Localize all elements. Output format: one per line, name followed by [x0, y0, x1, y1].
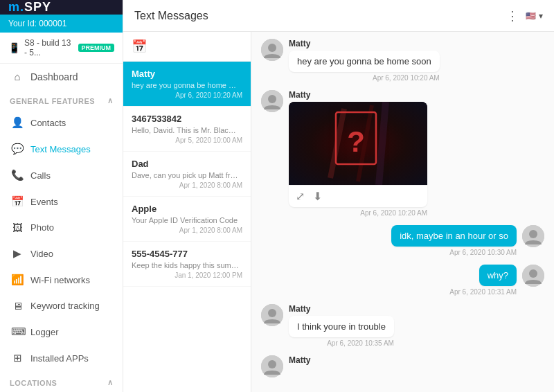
premium-badge: PREMIUM [78, 44, 115, 52]
sidebar-header: m.SPY [0, 0, 123, 15]
conv-name: Dad [132, 159, 242, 169]
sidebar-item-events[interactable]: 📅 Events [0, 188, 123, 215]
sidebar-item-keyword[interactable]: 🖥 Keyword tracking [0, 293, 123, 319]
svg-point-15 [268, 309, 276, 317]
svg-point-13 [529, 269, 537, 278]
sidebar-item-label: Text Messages [30, 144, 91, 154]
sidebar-item-wifi[interactable]: 📶 Wi-Fi networks [0, 267, 123, 293]
sidebar-item-video[interactable]: ▶ Video [0, 240, 123, 267]
sidebar-item-text-messages[interactable]: 💬 Text Messages [0, 136, 123, 162]
message-image: ? [289, 102, 427, 185]
conversation-item-3467533842[interactable]: 3467533842 Hello, David. This is Mr. Bla… [123, 107, 251, 152]
conversation-item-matty[interactable]: Matty hey are you gonna be home soon Apr… [123, 62, 251, 107]
conversation-item-apple[interactable]: Apple Your Apple ID Verification Code Ap… [123, 197, 251, 242]
calls-icon: 📞 [11, 169, 24, 181]
sidebar: m.SPY Your Id: 000001 📱 S8 - build 13 - … [0, 0, 123, 392]
conv-preview: Keep the kids happy this summer with ... [132, 261, 239, 269]
conv-list-header: 📅 [123, 32, 251, 62]
device-icon: 📱 [8, 42, 20, 53]
conv-name: 3467533842 [132, 114, 242, 124]
message-text: idk, maybe in an hour or so [391, 225, 517, 247]
conv-name: Apple [132, 204, 242, 214]
conv-time: Apr 6, 2020 10:20 AM [132, 91, 242, 99]
page-title: Text Messages [134, 10, 208, 22]
message-image-box: ? ⤢ ⬇ [289, 102, 427, 207]
message-item: why? Apr 6, 2020 10:31 AM [261, 265, 544, 296]
message-view: Matty hey are you gonna be home soon Apr… [251, 32, 554, 392]
message-time: Apr 6, 2020 10:20 AM [289, 74, 440, 82]
conv-name: 555-4545-777 [132, 249, 242, 259]
avatar [261, 304, 283, 326]
sidebar-item-label: Keyword tracking [30, 301, 100, 311]
dashboard-icon: ⌂ [11, 71, 24, 82]
logo-m: m. [8, 0, 24, 14]
calendar-icon: 📅 [132, 39, 147, 53]
message-content: Matty [289, 90, 427, 217]
sidebar-item-installed-apps[interactable]: ⊞ Installed APPs [0, 345, 123, 371]
message-content: idk, maybe in an hour or so Apr 6, 2020 … [391, 225, 517, 256]
device-bar: 📱 S8 - build 13 - 5... PREMIUM [0, 33, 123, 64]
device-name: S8 - build 13 - 5... [24, 38, 75, 57]
message-content: why? Apr 6, 2020 10:31 AM [449, 265, 517, 296]
sidebar-item-photo[interactable]: 🖼 Photo [0, 215, 123, 240]
sidebar-item-label: Installed APPs [30, 353, 89, 364]
conv-preview: Dave, can you pick up Matt from schoo... [132, 171, 239, 179]
avatar [261, 39, 283, 61]
contacts-icon: 👤 [11, 116, 24, 129]
conv-time: Apr 1, 2020 8:00 AM [132, 226, 242, 234]
svg-point-1 [268, 44, 276, 52]
download-icon[interactable]: ⬇ [313, 190, 322, 203]
svg-text:?: ? [347, 125, 365, 158]
message-time: Apr 6, 2020 10:30 AM [449, 249, 517, 256]
avatar [261, 90, 283, 112]
message-time: Apr 6, 2020 10:35 AM [289, 339, 394, 347]
video-icon: ▶ [11, 247, 24, 260]
sidebar-item-label: Contacts [30, 118, 66, 128]
sidebar-item-label: Logger [30, 327, 58, 337]
sidebar-item-dashboard[interactable]: ⌂ Dashboard [0, 64, 123, 89]
message-text: I think youre in trouble [289, 316, 394, 337]
app-logo: m.SPY [8, 0, 51, 15]
message-text: hey are you gonna be home soon [289, 51, 440, 72]
text-messages-icon: 💬 [11, 143, 24, 155]
sidebar-item-logger[interactable]: ⌨ Logger [0, 319, 123, 345]
message-item: Matty I think youre in trouble Apr 6, 20… [261, 304, 544, 347]
photo-icon: 🖼 [11, 222, 24, 233]
svg-point-3 [268, 95, 276, 103]
expand-icon[interactable]: ⤢ [296, 190, 305, 203]
sidebar-item-label: Wi-Fi networks [30, 275, 90, 285]
conversation-item-555[interactable]: 555-4545-777 Keep the kids happy this su… [123, 242, 251, 287]
message-item: Matty [261, 90, 544, 217]
more-options-button[interactable]: ⋮ [506, 8, 519, 24]
installed-apps-icon: ⊞ [11, 352, 24, 364]
logo-spy: SPY [24, 0, 51, 14]
language-selector[interactable]: 🇺🇸 ▾ [526, 11, 543, 21]
main-content: Text Messages ⋮ 🇺🇸 ▾ 📅 Matty hey are you… [123, 0, 554, 392]
message-item: Matty hey are you gonna be home soon Apr… [261, 39, 544, 82]
avatar [261, 355, 283, 377]
outgoing-inner: why? Apr 6, 2020 10:31 AM [449, 265, 517, 296]
locations-header: LOCATIONS ∧ [0, 371, 123, 391]
general-features-header: GENERAL FEATURES ∧ [0, 89, 123, 109]
sender-name: Matty [289, 39, 440, 48]
conv-preview: Hello, David. This is Mr. Black. I've no… [132, 126, 239, 134]
events-icon: 📅 [11, 195, 24, 208]
outgoing-inner: idk, maybe in an hour or so Apr 6, 2020 … [391, 225, 517, 256]
sidebar-item-calls[interactable]: 📞 Calls [0, 162, 123, 188]
sidebar-item-label: Events [30, 197, 58, 207]
conversation-list: 📅 Matty hey are you gonna be home soon A… [123, 32, 251, 392]
chevron-down-icon: ▾ [539, 11, 543, 21]
conv-preview: Your Apple ID Verification Code [132, 216, 239, 224]
user-id-text: Your Id: 000001 [8, 19, 66, 28]
message-text: why? [479, 265, 517, 286]
message-content: Matty [289, 355, 310, 367]
flag-icon: 🇺🇸 [526, 11, 536, 21]
conv-time: Apr 1, 2020 8:00 AM [132, 181, 242, 189]
sidebar-item-label: Photo [30, 222, 54, 233]
message-time: Apr 6, 2020 10:31 AM [449, 288, 517, 296]
sidebar-item-contacts[interactable]: 👤 Contacts [0, 109, 123, 136]
conversation-item-dad[interactable]: Dad Dave, can you pick up Matt from scho… [123, 152, 251, 197]
message-time: Apr 6, 2020 10:20 AM [289, 209, 427, 217]
svg-point-11 [529, 230, 537, 238]
topbar: Text Messages ⋮ 🇺🇸 ▾ [123, 0, 554, 32]
